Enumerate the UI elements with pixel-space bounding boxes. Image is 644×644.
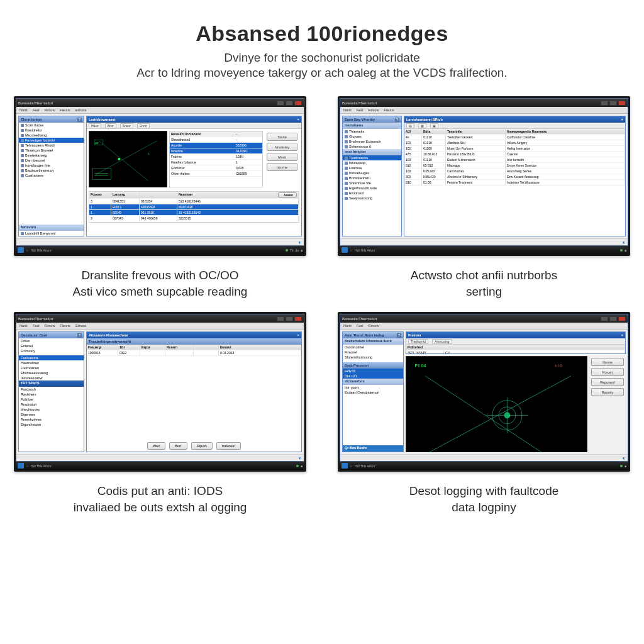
sidebar-item[interactable]: Sevlyvoocsong [343, 196, 401, 201]
table-row[interactable]: B1001.00Fenlsre TnsoreenlIndeirine Tar.W… [404, 180, 625, 186]
sidebar-item[interactable]: Coafrantere [19, 173, 84, 178]
toolbar-button[interactable]: ▤ [406, 123, 414, 128]
sidebar-item[interactable]: Iidutsolsop [343, 160, 401, 165]
sidebar-item[interactable]: Iadoresooanw [19, 375, 84, 380]
info-icon[interactable]: ? [395, 118, 399, 122]
sidebar-item[interactable]: Firirnotoy [19, 348, 84, 353]
col-header[interactable] [140, 192, 177, 199]
sidebar-item[interactable]: Bnchmner Extisench [343, 139, 401, 144]
table-row[interactable]: 10101500Moert Syr ForfovrsHefng Inerruai… [404, 146, 625, 152]
col-header[interactable]: Tenorinfer [446, 129, 506, 135]
close-button[interactable] [294, 101, 302, 106]
taskbar[interactable]: ○Hdr Hrls Ariunr ■ [340, 246, 628, 254]
sidebar-item[interactable]: FPES5 [343, 369, 403, 374]
minimize-button[interactable] [601, 101, 608, 106]
prop-row[interactable]: Febrine103N [170, 154, 262, 160]
toolbar-button[interactable]: Ennrt [137, 123, 150, 128]
col-header[interactable]: Rssern [165, 345, 194, 350]
action-button[interactable]: Borr [169, 442, 187, 450]
toolbar-button[interactable]: Biwr [105, 123, 116, 128]
toolbar-button[interactable]: Thethorntd [408, 339, 428, 344]
prop-row[interactable]: Shawithected- [170, 137, 262, 143]
sidebar-item[interactable]: Faelsasnire [19, 355, 84, 360]
panel-close-icon[interactable]: × [297, 118, 299, 121]
prop-row[interactable]: Goclilinlur0.625 [170, 165, 262, 171]
action-button[interactable]: Isurme [267, 163, 297, 171]
menu-item[interactable]: Fleuns [60, 108, 70, 112]
panel-close-icon[interactable]: × [297, 333, 299, 337]
tray-icon[interactable] [620, 249, 623, 252]
col-header[interactable]: 1Gr [118, 345, 140, 350]
action-button[interactable]: Starte [267, 133, 297, 141]
sidebar-item[interactable]: Exdearl Orestbsternorl [343, 390, 403, 395]
prop-row[interactable]: Olwer thebesC66369 [170, 171, 262, 177]
close-button[interactable] [618, 101, 626, 106]
toolbar-button[interactable]: Anincuting [432, 339, 452, 344]
start-button[interactable] [18, 247, 24, 253]
menu-item[interactable]: Eilnora [75, 324, 86, 328]
tray-icon[interactable] [620, 465, 623, 467]
sidebar-item[interactable]: Iritr yuory [343, 385, 403, 390]
minimize-button[interactable] [601, 316, 608, 321]
toolbar-button[interactable]: ▣ [430, 123, 438, 128]
action-button[interactable]: Iralunion [216, 442, 241, 450]
prop-row[interactable]: Isbiurine34.039C [170, 148, 262, 154]
tray-icon[interactable] [286, 249, 288, 252]
action-button[interactable]: Gosse [591, 358, 624, 366]
sidebar-item[interactable]: Onion [19, 338, 84, 343]
taskbar[interactable]: ○Hdr Hrls Ariunr ■ [340, 462, 628, 470]
action-button[interactable]: Nnoastey [267, 143, 297, 151]
taskbar[interactable]: ○Hdr Hrls Ariunr Tin do■ [16, 246, 304, 254]
sidebar-item[interactable]: Faxdsosh [19, 387, 84, 392]
sidebar-item[interactable]: Ehshreealooaung [19, 370, 84, 375]
sidebar-item[interactable]: Rnemkorhres [19, 417, 84, 422]
col-header[interactable] [194, 345, 219, 350]
close-button[interactable] [618, 316, 626, 321]
sidebar-item[interactable]: Ouinitnobhel [343, 345, 403, 350]
table-row[interactable]: 4n01110Tseliother fokotiertCorffondor Cl… [404, 135, 625, 140]
col-header[interactable]: Ihoewveagemlix Roarrents [506, 129, 625, 135]
menu-item[interactable]: Fleuns [60, 324, 70, 328]
menu-item[interactable]: Nänlt [343, 108, 352, 112]
table-row[interactable]: 300N.BL420Alndsre br SthitemeryEzw Keoen… [404, 174, 625, 180]
menu-item[interactable]: Feal [33, 108, 40, 112]
col-header[interactable]: Itmaaut [219, 345, 301, 350]
sidebar-section[interactable]: Victoverfvrs [343, 379, 403, 385]
col-header[interactable]: Fosoos [89, 192, 111, 199]
action-button[interactable]: Foroet [591, 368, 624, 376]
col-header[interactable]: Foauergi [87, 345, 118, 350]
menu-bar[interactable]: Nänlt Feal Rimow Fleuns Eilnora [16, 107, 304, 114]
sidebar-item[interactable]: Msodsedfaing [19, 133, 84, 138]
action-button[interactable]: Jopors [191, 442, 213, 450]
sidebar-item[interactable]: Haornotmer [19, 360, 84, 365]
sidebar-item[interactable]: Loarnoe [343, 165, 401, 170]
sidebar-item[interactable]: Dan tberonel [19, 158, 84, 163]
col-header[interactable]: Lansorg [111, 192, 140, 199]
col-header[interactable]: Neantwer [177, 192, 277, 199]
action-button[interactable]: Reposenf [591, 378, 624, 386]
sidebar-item[interactable]: Schermsnos 6 [343, 144, 401, 149]
menu-item[interactable]: Feal [357, 324, 364, 328]
menu-item[interactable]: Nänlt [19, 108, 28, 112]
sidebar-item[interactable]: Shrertrsoe fde [343, 180, 401, 186]
sidebar-item[interactable]: Scart Ilucea [19, 123, 84, 128]
menu-item[interactable]: Nänlt [19, 324, 28, 328]
sidebar-item[interactable]: Intvallouges fine [19, 163, 84, 168]
sidebar-item[interactable]: Gicyoes [343, 134, 401, 139]
table-row[interactable]: 100N.BL607CalmhotrlesAsfosraalg Series [404, 169, 625, 174]
menu-item[interactable]: Eilnora [75, 108, 86, 112]
panel-close-icon[interactable]: × [621, 118, 623, 121]
sidebar-item[interactable]: Sforernthorinuung [343, 355, 403, 360]
sidebar-item[interactable]: Bncstfoetrairu [343, 175, 401, 180]
prop-row[interactable]: Anontle532096 [170, 143, 262, 148]
panel-close-icon[interactable]: × [621, 333, 623, 337]
action-button[interactable]: Iclec [147, 442, 165, 450]
maximize-button[interactable] [609, 316, 617, 321]
sidebar-item[interactable]: Tioabrasnire [343, 155, 401, 160]
close-button[interactable] [294, 316, 302, 321]
menu-item[interactable]: Nänlt [343, 324, 352, 328]
sidebar-item[interactable]: Loondriifl Brewsmnf [19, 231, 84, 236]
sidebar-item[interactable]: Tehrncoiens Rhoidi [19, 143, 84, 148]
taskbar[interactable]: ○Hdr Hrls Ariunr ■ [16, 462, 304, 470]
action-button[interactable]: Rannily [591, 388, 624, 396]
